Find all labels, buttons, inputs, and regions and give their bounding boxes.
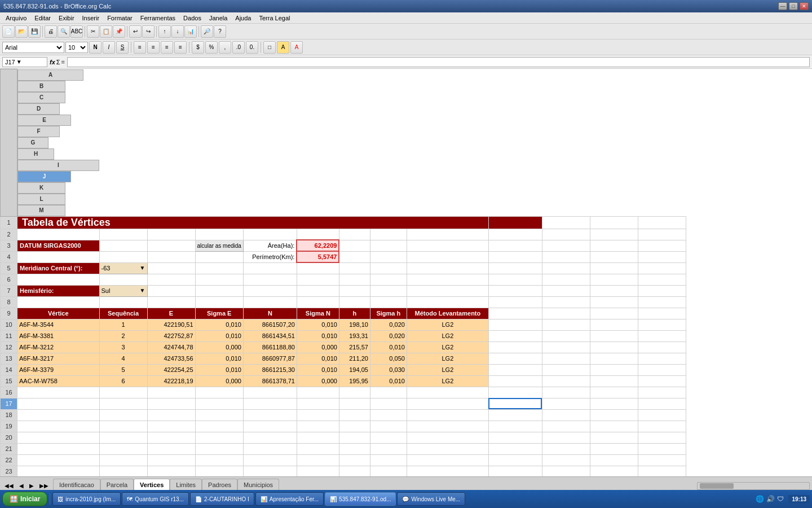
col-header-f[interactable]: F <box>17 126 60 137</box>
cell-i14[interactable]: LG2 <box>407 364 488 375</box>
cell-d5[interactable] <box>195 262 243 274</box>
cell-b17[interactable] <box>99 398 147 409</box>
align-center-button[interactable]: ≡ <box>147 41 160 54</box>
cell-d2[interactable] <box>195 229 243 240</box>
cell-d13[interactable]: 0,010 <box>195 353 243 364</box>
cell-g12[interactable]: 215,57 <box>339 341 370 353</box>
cell-g17[interactable] <box>339 398 370 409</box>
cell-a4[interactable] <box>17 251 100 262</box>
cell-h12[interactable]: 0,010 <box>370 341 407 353</box>
cell-e5[interactable] <box>243 262 297 274</box>
menu-terra-legal[interactable]: Terra Legal <box>255 14 293 22</box>
cell-d10[interactable]: 0,010 <box>195 319 243 330</box>
cell-g3[interactable] <box>339 240 370 251</box>
menu-inserir[interactable]: Inserir <box>79 14 103 22</box>
copy-button[interactable]: 📋 <box>100 25 112 38</box>
tab-identificacao[interactable]: Identificacao <box>53 479 100 490</box>
cell-m11[interactable] <box>638 330 686 341</box>
cell-i9[interactable]: Método Levantamento <box>407 308 488 319</box>
cell-g8[interactable] <box>339 296 370 308</box>
cell-f12[interactable]: 0,000 <box>297 341 339 353</box>
align-right-button[interactable]: ≡ <box>161 41 173 54</box>
justify-button[interactable]: ≡ <box>174 41 187 54</box>
cell-l10[interactable] <box>590 319 638 330</box>
cell-g9[interactable]: h <box>339 308 370 319</box>
cell-b10[interactable]: 1 <box>99 319 147 330</box>
cell-d12[interactable]: 0,000 <box>195 341 243 353</box>
cell-l2[interactable] <box>590 229 638 240</box>
redo-button[interactable]: ↪ <box>142 25 155 38</box>
col-header-h[interactable]: H <box>17 148 54 160</box>
cell-k2[interactable] <box>542 229 590 240</box>
border-button[interactable]: □ <box>263 41 276 54</box>
cell-l1[interactable] <box>590 216 638 229</box>
cell-g2[interactable] <box>339 229 370 240</box>
cell-a12[interactable]: A6F-M-3212 <box>17 341 100 353</box>
start-button[interactable]: 🪟 Iniciar <box>2 492 47 506</box>
cell-a2[interactable] <box>17 229 100 240</box>
cell-i8[interactable] <box>407 296 488 308</box>
cell-f3-area-value[interactable]: 62,2209 <box>297 240 339 251</box>
cell-c4[interactable] <box>147 251 195 262</box>
cell-j5[interactable] <box>488 262 542 274</box>
cell-k8[interactable] <box>542 296 590 308</box>
cell-m10[interactable] <box>638 319 686 330</box>
cell-g5[interactable] <box>339 262 370 274</box>
bold-button[interactable]: N <box>89 41 102 54</box>
taskbar-item-incra[interactable]: 🖼 incra-2010.jpg (Im... <box>52 492 121 506</box>
tab-nav-prev[interactable]: ◀ <box>17 481 26 490</box>
taskbar-item-qgis[interactable]: 🗺 Quantum GIS r13... <box>122 492 189 506</box>
cell-f6[interactable] <box>297 274 339 285</box>
cell-e3-area-label[interactable]: Área(Ha): <box>243 240 297 251</box>
dec-inc-button[interactable]: .0 <box>232 41 245 54</box>
menu-dados[interactable]: Dados <box>180 14 205 22</box>
cell-i11[interactable]: LG2 <box>407 330 488 341</box>
cell-m8[interactable] <box>638 296 686 308</box>
cell-i3[interactable] <box>407 240 488 251</box>
cell-l12[interactable] <box>590 341 638 353</box>
cell-d11[interactable]: 0,010 <box>195 330 243 341</box>
cell-f17[interactable] <box>297 398 339 409</box>
cell-f8[interactable] <box>297 296 339 308</box>
cell-j6[interactable] <box>488 274 542 285</box>
cell-f13[interactable]: 0,010 <box>297 353 339 364</box>
cell-f10[interactable]: 0,010 <box>297 319 339 330</box>
cell-i17[interactable] <box>407 398 488 409</box>
cell-l7[interactable] <box>590 285 638 296</box>
cell-i7[interactable] <box>407 285 488 296</box>
col-header-a[interactable]: A <box>17 69 83 81</box>
cell-f2[interactable] <box>297 229 339 240</box>
preview-button[interactable]: 🔍 <box>58 25 70 38</box>
sort-desc-button[interactable]: ↓ <box>171 25 184 38</box>
taskbar-item-calc[interactable]: 📊 535.847.832-91.od... <box>325 492 396 506</box>
cell-e12[interactable]: 8661188,80 <box>243 341 297 353</box>
menu-editar[interactable]: Editar <box>31 14 54 22</box>
cell-m9[interactable] <box>638 308 686 319</box>
cell-d16[interactable] <box>195 387 243 398</box>
cell-l11[interactable] <box>590 330 638 341</box>
open-button[interactable]: 📂 <box>15 25 28 38</box>
cell-m14[interactable] <box>638 364 686 375</box>
cell-c8[interactable] <box>147 296 195 308</box>
cell-b5[interactable]: -63 ▼ <box>99 262 147 274</box>
cell-c17[interactable] <box>147 398 195 409</box>
dec-dec-button[interactable]: 0. <box>246 41 258 54</box>
cell-b11[interactable]: 2 <box>99 330 147 341</box>
cell-i5[interactable] <box>407 262 488 274</box>
cell-a7[interactable]: Hemisfério: <box>17 285 100 296</box>
cell-e6[interactable] <box>243 274 297 285</box>
cell-j9[interactable] <box>488 308 542 319</box>
cell-k6[interactable] <box>542 274 590 285</box>
chart-button[interactable]: 📊 <box>184 25 197 38</box>
formula-icon-equals[interactable]: = <box>61 59 65 65</box>
cell-f14[interactable]: 0,010 <box>297 364 339 375</box>
taskbar-item-cautarinho[interactable]: 📄 2-CAUTARINHO I <box>190 492 254 506</box>
cell-m12[interactable] <box>638 341 686 353</box>
cell-b7[interactable]: Sul ▼ <box>99 285 147 296</box>
cell-b8[interactable] <box>99 296 147 308</box>
cell-g15[interactable]: 195,95 <box>339 375 370 387</box>
cell-b2[interactable] <box>99 229 147 240</box>
cell-c3[interactable] <box>147 240 195 251</box>
new-button[interactable]: 📄 <box>2 25 15 38</box>
cell-g6[interactable] <box>339 274 370 285</box>
